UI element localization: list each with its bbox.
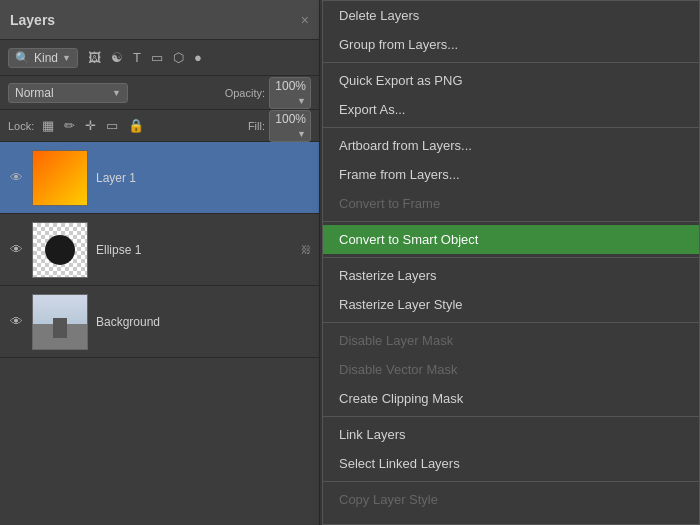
kind-dropdown[interactable]: 🔍 Kind ▼ [8, 48, 78, 68]
lock-label: Lock: [8, 120, 34, 132]
lock-position-icon[interactable]: ✛ [83, 116, 98, 135]
layer-name: Layer 1 [96, 171, 311, 185]
menu-separator [323, 416, 699, 417]
menu-item[interactable]: Delete Layers [323, 1, 699, 30]
menu-item[interactable]: Create Clipping Mask [323, 384, 699, 413]
panel-title: Layers [10, 12, 55, 28]
smart-filter-icon[interactable]: ⬡ [171, 48, 186, 67]
menu-item: Copy Layer Style [323, 485, 699, 514]
layer-name: Background [96, 315, 311, 329]
fill-input[interactable]: 100% ▼ [269, 110, 311, 142]
layer-thumbnail [32, 222, 88, 278]
menu-item[interactable]: Frame from Layers... [323, 160, 699, 189]
visibility-toggle[interactable]: 👁 [8, 314, 24, 330]
menu-item[interactable]: Rasterize Layer Style [323, 290, 699, 319]
image-filter-icon[interactable]: 🖼 [86, 48, 103, 67]
menu-item: Convert to Frame [323, 189, 699, 218]
layers-list: 👁 Layer 1 👁 Ellipse 1 ⛓ 👁 [0, 142, 319, 358]
menu-item[interactable]: Convert to Smart Object [323, 225, 699, 254]
lock-artboard-icon[interactable]: ▭ [104, 116, 120, 135]
blend-mode-dropdown[interactable]: Normal ▼ [8, 83, 128, 103]
context-menu: Delete LayersGroup from Layers...Quick E… [322, 0, 700, 525]
lock-row: Lock: ▦ ✏ ✛ ▭ 🔒 Fill: 100% ▼ [0, 110, 319, 142]
shape-filter-icon[interactable]: ▭ [149, 48, 165, 67]
ellipse-preview [33, 223, 87, 277]
menu-separator [323, 221, 699, 222]
menu-separator [323, 127, 699, 128]
toolbar-row: 🔍 Kind ▼ 🖼 ☯ T ▭ ⬡ ● [0, 40, 319, 76]
lock-all-icon[interactable]: 🔒 [126, 116, 146, 135]
layer-item[interactable]: 👁 Background [0, 286, 319, 358]
text-filter-icon[interactable]: T [131, 48, 143, 67]
menu-item: Disable Layer Mask [323, 326, 699, 355]
menu-item: Paste Layer Style [323, 514, 699, 525]
menu-item: Disable Vector Mask [323, 355, 699, 384]
menu-item[interactable]: Quick Export as PNG [323, 66, 699, 95]
fill-section: Fill: 100% ▼ [248, 110, 311, 142]
lock-pixels-icon[interactable]: ✏ [62, 116, 77, 135]
visibility-toggle[interactable]: 👁 [8, 242, 24, 258]
lock-transparent-icon[interactable]: ▦ [40, 116, 56, 135]
menu-separator [323, 481, 699, 482]
opacity-label: Opacity: [225, 87, 265, 99]
menu-separator [323, 62, 699, 63]
close-button[interactable]: × [301, 12, 309, 28]
photo-preview [33, 295, 87, 349]
fill-label: Fill: [248, 120, 265, 132]
lock-icons: ▦ ✏ ✛ ▭ 🔒 [40, 116, 146, 135]
menu-item[interactable]: Rasterize Layers [323, 261, 699, 290]
kind-label: Kind [34, 51, 58, 65]
layers-panel: Layers × 🔍 Kind ▼ 🖼 ☯ T ▭ ⬡ ● Normal ▼ O… [0, 0, 320, 525]
blend-chevron: ▼ [112, 88, 121, 98]
adjustment-filter-icon[interactable]: ☯ [109, 48, 125, 67]
photo-arch [53, 318, 67, 338]
layer-item[interactable]: 👁 Ellipse 1 ⛓ [0, 214, 319, 286]
opacity-chevron: ▼ [297, 96, 306, 106]
visibility-toggle[interactable]: 👁 [8, 170, 24, 186]
gradient-preview [33, 151, 87, 205]
kind-chevron: ▼ [62, 53, 71, 63]
menu-item[interactable]: Link Layers [323, 420, 699, 449]
search-icon: 🔍 [15, 51, 30, 65]
panel-header: Layers × [0, 0, 319, 40]
opacity-input[interactable]: 100% ▼ [269, 77, 311, 109]
filter-icons: 🖼 ☯ T ▭ ⬡ ● [86, 48, 204, 67]
more-filter-icon[interactable]: ● [192, 48, 204, 67]
menu-separator [323, 257, 699, 258]
layer-thumbnail [32, 294, 88, 350]
blend-row: Normal ▼ Opacity: 100% ▼ [0, 76, 319, 110]
layer-item[interactable]: 👁 Layer 1 [0, 142, 319, 214]
fill-chevron: ▼ [297, 129, 306, 139]
menu-item[interactable]: Group from Layers... [323, 30, 699, 59]
layer-thumbnail [32, 150, 88, 206]
menu-item[interactable]: Export As... [323, 95, 699, 124]
layer-name: Ellipse 1 [96, 243, 293, 257]
opacity-section: Opacity: 100% ▼ [225, 77, 311, 109]
menu-item[interactable]: Artboard from Layers... [323, 131, 699, 160]
link-icon: ⛓ [301, 244, 311, 255]
blend-mode-label: Normal [15, 86, 54, 100]
menu-item[interactable]: Select Linked Layers [323, 449, 699, 478]
menu-separator [323, 322, 699, 323]
